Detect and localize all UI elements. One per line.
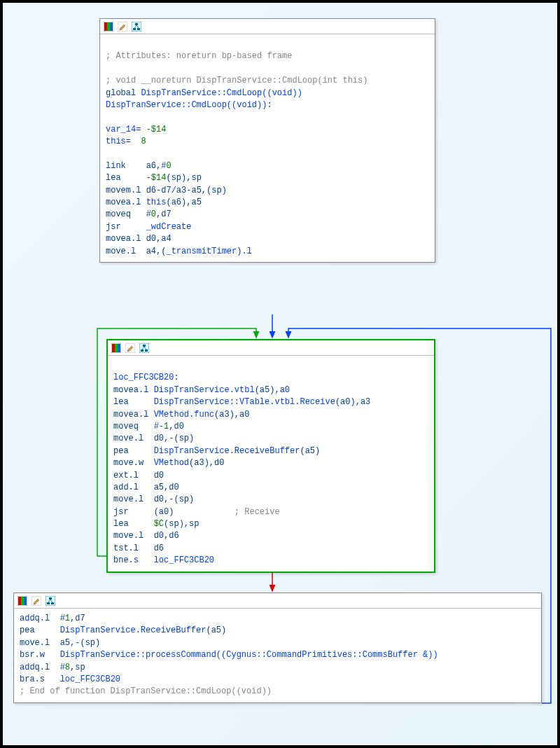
mnemonic: move.l: [20, 638, 50, 648]
svg-rect-20: [21, 597, 24, 605]
svg-rect-24: [49, 597, 52, 600]
mnemonic: addq.l: [20, 663, 50, 672]
svg-rect-17: [145, 349, 148, 352]
symbol: DispTranService::CmdLoop((void)): [141, 88, 302, 98]
mnemonic: move.l: [106, 247, 136, 256]
mnemonic: movea.l: [106, 198, 141, 207]
end-comment: ; End of function DispTranService::CmdLo…: [20, 686, 272, 696]
svg-rect-15: [143, 345, 146, 347]
svg-rect-12: [118, 344, 120, 352]
node-header: [14, 593, 541, 609]
mnemonic: movea.l: [113, 385, 148, 395]
graph-icon: [131, 21, 142, 32]
node-header: [108, 340, 434, 356]
mnemonic: ext.l: [113, 471, 139, 480]
mnemonic: tst.l: [113, 543, 139, 553]
mnemonic: bsr.w: [20, 650, 45, 660]
disasm-node-2[interactable]: loc_FFC3CB20: movea.l DispTranService.vt…: [106, 339, 435, 573]
node-body-3: addq.l #1,d7 pea DispTranService.Receive…: [14, 609, 541, 702]
disasm-node-3[interactable]: addq.l #1,d7 pea DispTranService.Receive…: [13, 593, 542, 703]
mnemonic: pea: [20, 625, 35, 635]
mnemonic: move.l: [113, 531, 144, 541]
edit-icon: [117, 21, 128, 32]
svg-rect-26: [51, 602, 54, 604]
mnemonic: lea: [113, 397, 129, 407]
svg-rect-16: [141, 349, 144, 352]
mnemonic: moveq: [113, 422, 139, 431]
keyword: global: [106, 88, 136, 98]
comment: ; Attributes: noreturn bp-based frame: [106, 51, 292, 61]
mnemonic: jsr: [106, 222, 121, 232]
mnemonic: move.l: [113, 434, 144, 443]
mnemonic: movem.l: [106, 186, 141, 195]
svg-rect-7: [133, 28, 136, 30]
svg-rect-6: [135, 23, 138, 25]
mnemonic: link: [106, 161, 126, 171]
var: var_14: [106, 125, 136, 134]
node-header: [100, 19, 435, 34]
colors-icon: [17, 595, 28, 607]
graph-icon: [45, 595, 56, 607]
disasm-node-1[interactable]: ; Attributes: noreturn bp-based frame ; …: [99, 18, 435, 263]
svg-rect-3: [110, 22, 113, 31]
node-body-1: ; Attributes: noreturn bp-based frame ; …: [100, 34, 435, 262]
mnemonic: movea.l: [106, 234, 141, 244]
edit-icon: [125, 342, 136, 354]
comment: ; void __noreturn DispTranService::CmdLo…: [106, 76, 368, 85]
mnemonic: lea: [106, 173, 121, 183]
mnemonic: bra.s: [20, 674, 45, 684]
symbol: DispTranService::CmdLoop((void)): [106, 100, 267, 110]
mnemonic: lea: [113, 519, 129, 529]
mnemonic: bne.s: [113, 555, 139, 565]
loc-label: loc_FFC3CB20: [113, 373, 174, 382]
mnemonic: move.l: [113, 494, 144, 504]
mnemonic: movea.l: [113, 410, 148, 420]
colors-icon: [103, 21, 114, 32]
svg-rect-1: [104, 22, 107, 31]
mnemonic: move.w: [113, 458, 144, 468]
colors-icon: [111, 342, 122, 354]
mnemonic: add.l: [113, 483, 139, 492]
node-body-2: loc_FFC3CB20: movea.l DispTranService.vt…: [108, 356, 434, 572]
mnemonic: pea: [113, 446, 129, 456]
mnemonic: jsr: [113, 507, 129, 517]
svg-rect-2: [107, 22, 110, 31]
mnemonic: moveq: [106, 209, 131, 219]
svg-rect-10: [112, 344, 115, 352]
graph-icon: [139, 342, 150, 354]
svg-rect-8: [137, 28, 140, 30]
svg-rect-11: [115, 344, 118, 352]
svg-rect-25: [47, 602, 50, 604]
mnemonic: addq.l: [20, 614, 50, 623]
svg-rect-21: [24, 597, 27, 605]
edit-icon: [31, 595, 42, 607]
var: this: [106, 137, 126, 146]
svg-rect-19: [18, 597, 21, 605]
